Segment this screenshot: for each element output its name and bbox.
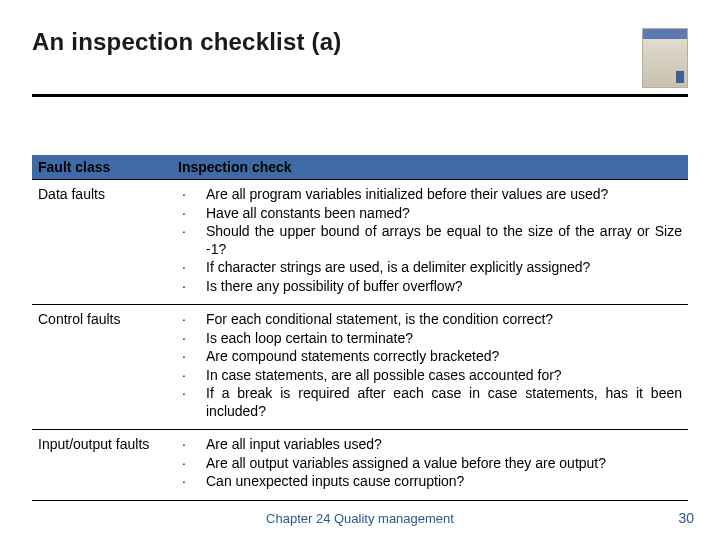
bullet-icon: · — [182, 455, 186, 473]
bullet-icon: · — [182, 259, 186, 277]
check-item: ·Is there any possibility of buffer over… — [178, 278, 682, 296]
check-text: Can unexpected inputs cause corruption? — [206, 473, 464, 489]
check-item: ·Can unexpected inputs cause corruption? — [178, 473, 682, 491]
title-underline — [32, 94, 688, 97]
check-item: ·Is each loop certain to terminate? — [178, 330, 682, 348]
check-item: ·If a break is required after each case … — [178, 385, 682, 420]
bullet-icon: · — [182, 311, 186, 329]
title-row: An inspection checklist (a) — [32, 28, 688, 88]
check-item: ·Are all output variables assigned a val… — [178, 455, 682, 473]
fault-class-cell: Data faults — [32, 180, 172, 305]
check-text: If character strings are used, is a deli… — [206, 259, 590, 275]
table-header-row: Fault class Inspection check — [32, 155, 688, 180]
check-text: Are all input variables used? — [206, 436, 382, 452]
fault-class-cell: Input/output faults — [32, 430, 172, 501]
header-inspection-check: Inspection check — [172, 155, 688, 180]
check-text: Is there any possibility of buffer overf… — [206, 278, 463, 294]
bullet-icon: · — [182, 348, 186, 366]
bullet-icon: · — [182, 223, 186, 241]
check-text: Have all constants been named? — [206, 205, 410, 221]
check-item: ·For each conditional statement, is the … — [178, 311, 682, 329]
table-body: Data faults·Are all program variables in… — [32, 180, 688, 501]
check-item: ·Have all constants been named? — [178, 205, 682, 223]
table-row: Control faults·For each conditional stat… — [32, 305, 688, 430]
footer-text: Chapter 24 Quality management — [0, 511, 720, 526]
check-item: ·In case statements, are all possible ca… — [178, 367, 682, 385]
book-cover-icon — [642, 28, 688, 88]
bullet-icon: · — [182, 385, 186, 403]
table-row: Input/output faults·Are all input variab… — [32, 430, 688, 501]
bullet-icon: · — [182, 205, 186, 223]
check-text: Are all program variables initialized be… — [206, 186, 608, 202]
slide-title: An inspection checklist (a) — [32, 28, 341, 56]
check-list: ·Are all input variables used?·Are all o… — [178, 436, 682, 491]
check-list: ·For each conditional statement, is the … — [178, 311, 682, 420]
check-item: ·Should the upper bound of arrays be equ… — [178, 223, 682, 258]
check-text: Should the upper bound of arrays be equa… — [206, 223, 682, 257]
checklist-table: Fault class Inspection check Data faults… — [32, 155, 688, 501]
inspection-check-cell: ·Are all input variables used?·Are all o… — [172, 430, 688, 501]
checklist-table-wrap: Fault class Inspection check Data faults… — [32, 155, 688, 501]
header-fault-class: Fault class — [32, 155, 172, 180]
check-item: ·Are all program variables initialized b… — [178, 186, 682, 204]
slide: An inspection checklist (a) Fault class … — [0, 0, 720, 540]
check-text: Are compound statements correctly bracke… — [206, 348, 499, 364]
check-item: ·Are all input variables used? — [178, 436, 682, 454]
check-text: In case statements, are all possible cas… — [206, 367, 562, 383]
bullet-icon: · — [182, 436, 186, 454]
check-item: ·If character strings are used, is a del… — [178, 259, 682, 277]
check-text: If a break is required after each case i… — [206, 385, 682, 419]
bullet-icon: · — [182, 367, 186, 385]
bullet-icon: · — [182, 278, 186, 296]
bullet-icon: · — [182, 330, 186, 348]
check-text: Is each loop certain to terminate? — [206, 330, 413, 346]
table-row: Data faults·Are all program variables in… — [32, 180, 688, 305]
check-text: Are all output variables assigned a valu… — [206, 455, 606, 471]
bullet-icon: · — [182, 473, 186, 491]
page-number: 30 — [678, 510, 694, 526]
check-text: For each conditional statement, is the c… — [206, 311, 553, 327]
check-item: ·Are compound statements correctly brack… — [178, 348, 682, 366]
inspection-check-cell: ·Are all program variables initialized b… — [172, 180, 688, 305]
bullet-icon: · — [182, 186, 186, 204]
check-list: ·Are all program variables initialized b… — [178, 186, 682, 295]
fault-class-cell: Control faults — [32, 305, 172, 430]
inspection-check-cell: ·For each conditional statement, is the … — [172, 305, 688, 430]
